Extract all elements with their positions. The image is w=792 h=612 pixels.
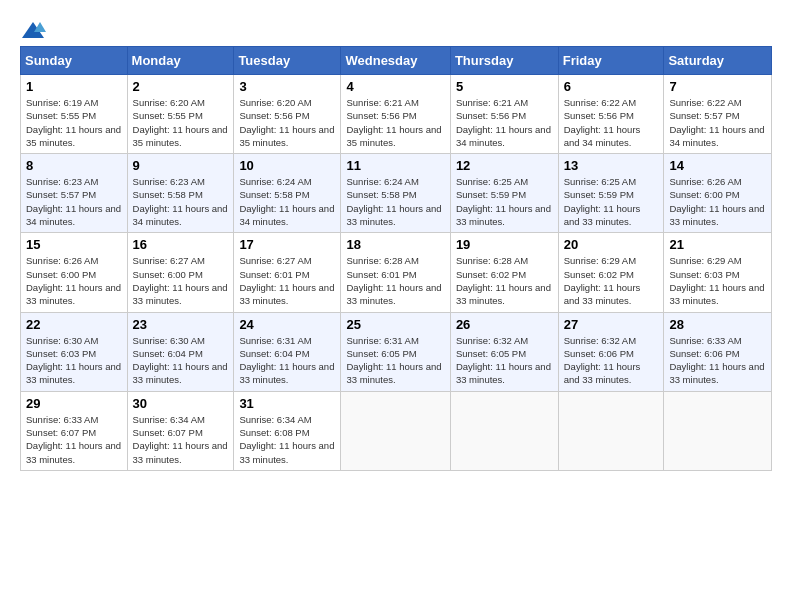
calendar-cell: 17 Sunrise: 6:27 AM Sunset: 6:01 PM Dayl… [234, 233, 341, 312]
day-number: 14 [669, 158, 766, 173]
day-info: Sunrise: 6:21 AM Sunset: 5:56 PM Dayligh… [456, 96, 553, 149]
calendar-header-wednesday: Wednesday [341, 47, 450, 75]
day-number: 3 [239, 79, 335, 94]
day-info: Sunrise: 6:25 AM Sunset: 5:59 PM Dayligh… [456, 175, 553, 228]
calendar-cell: 1 Sunrise: 6:19 AM Sunset: 5:55 PM Dayli… [21, 75, 128, 154]
calendar-header-tuesday: Tuesday [234, 47, 341, 75]
calendar-cell: 16 Sunrise: 6:27 AM Sunset: 6:00 PM Dayl… [127, 233, 234, 312]
day-number: 7 [669, 79, 766, 94]
logo-icon [20, 20, 46, 42]
day-info: Sunrise: 6:20 AM Sunset: 5:55 PM Dayligh… [133, 96, 229, 149]
calendar-cell: 10 Sunrise: 6:24 AM Sunset: 5:58 PM Dayl… [234, 154, 341, 233]
day-number: 24 [239, 317, 335, 332]
day-info: Sunrise: 6:25 AM Sunset: 5:59 PM Dayligh… [564, 175, 659, 228]
day-info: Sunrise: 6:34 AM Sunset: 6:08 PM Dayligh… [239, 413, 335, 466]
day-number: 5 [456, 79, 553, 94]
calendar-cell: 5 Sunrise: 6:21 AM Sunset: 5:56 PM Dayli… [450, 75, 558, 154]
calendar-cell: 3 Sunrise: 6:20 AM Sunset: 5:56 PM Dayli… [234, 75, 341, 154]
day-number: 29 [26, 396, 122, 411]
day-info: Sunrise: 6:28 AM Sunset: 6:01 PM Dayligh… [346, 254, 444, 307]
calendar-cell: 25 Sunrise: 6:31 AM Sunset: 6:05 PM Dayl… [341, 312, 450, 391]
calendar-cell: 15 Sunrise: 6:26 AM Sunset: 6:00 PM Dayl… [21, 233, 128, 312]
day-number: 11 [346, 158, 444, 173]
day-number: 6 [564, 79, 659, 94]
calendar-header-monday: Monday [127, 47, 234, 75]
day-info: Sunrise: 6:29 AM Sunset: 6:02 PM Dayligh… [564, 254, 659, 307]
calendar-table: SundayMondayTuesdayWednesdayThursdayFrid… [20, 46, 772, 471]
day-info: Sunrise: 6:31 AM Sunset: 6:04 PM Dayligh… [239, 334, 335, 387]
day-number: 9 [133, 158, 229, 173]
day-number: 15 [26, 237, 122, 252]
day-number: 28 [669, 317, 766, 332]
day-info: Sunrise: 6:24 AM Sunset: 5:58 PM Dayligh… [346, 175, 444, 228]
day-number: 19 [456, 237, 553, 252]
calendar-cell: 11 Sunrise: 6:24 AM Sunset: 5:58 PM Dayl… [341, 154, 450, 233]
day-info: Sunrise: 6:26 AM Sunset: 6:00 PM Dayligh… [669, 175, 766, 228]
calendar-cell: 28 Sunrise: 6:33 AM Sunset: 6:06 PM Dayl… [664, 312, 772, 391]
calendar-cell: 8 Sunrise: 6:23 AM Sunset: 5:57 PM Dayli… [21, 154, 128, 233]
calendar-cell: 19 Sunrise: 6:28 AM Sunset: 6:02 PM Dayl… [450, 233, 558, 312]
calendar-header-saturday: Saturday [664, 47, 772, 75]
day-info: Sunrise: 6:30 AM Sunset: 6:04 PM Dayligh… [133, 334, 229, 387]
day-info: Sunrise: 6:20 AM Sunset: 5:56 PM Dayligh… [239, 96, 335, 149]
calendar-cell: 24 Sunrise: 6:31 AM Sunset: 6:04 PM Dayl… [234, 312, 341, 391]
day-info: Sunrise: 6:21 AM Sunset: 5:56 PM Dayligh… [346, 96, 444, 149]
calendar-cell: 14 Sunrise: 6:26 AM Sunset: 6:00 PM Dayl… [664, 154, 772, 233]
calendar-cell [664, 391, 772, 470]
calendar-cell: 26 Sunrise: 6:32 AM Sunset: 6:05 PM Dayl… [450, 312, 558, 391]
calendar-cell: 27 Sunrise: 6:32 AM Sunset: 6:06 PM Dayl… [558, 312, 664, 391]
day-number: 26 [456, 317, 553, 332]
calendar-cell: 31 Sunrise: 6:34 AM Sunset: 6:08 PM Dayl… [234, 391, 341, 470]
logo [20, 20, 46, 36]
day-number: 10 [239, 158, 335, 173]
day-info: Sunrise: 6:33 AM Sunset: 6:07 PM Dayligh… [26, 413, 122, 466]
calendar-cell: 29 Sunrise: 6:33 AM Sunset: 6:07 PM Dayl… [21, 391, 128, 470]
calendar-cell [558, 391, 664, 470]
calendar-cell: 13 Sunrise: 6:25 AM Sunset: 5:59 PM Dayl… [558, 154, 664, 233]
day-number: 30 [133, 396, 229, 411]
day-info: Sunrise: 6:24 AM Sunset: 5:58 PM Dayligh… [239, 175, 335, 228]
day-info: Sunrise: 6:23 AM Sunset: 5:57 PM Dayligh… [26, 175, 122, 228]
calendar-cell: 22 Sunrise: 6:30 AM Sunset: 6:03 PM Dayl… [21, 312, 128, 391]
day-number: 13 [564, 158, 659, 173]
day-number: 2 [133, 79, 229, 94]
day-number: 8 [26, 158, 122, 173]
calendar-cell: 18 Sunrise: 6:28 AM Sunset: 6:01 PM Dayl… [341, 233, 450, 312]
calendar-cell [341, 391, 450, 470]
calendar-cell: 2 Sunrise: 6:20 AM Sunset: 5:55 PM Dayli… [127, 75, 234, 154]
day-info: Sunrise: 6:34 AM Sunset: 6:07 PM Dayligh… [133, 413, 229, 466]
day-number: 23 [133, 317, 229, 332]
calendar-header-sunday: Sunday [21, 47, 128, 75]
calendar-header-thursday: Thursday [450, 47, 558, 75]
calendar-cell: 4 Sunrise: 6:21 AM Sunset: 5:56 PM Dayli… [341, 75, 450, 154]
calendar-cell: 9 Sunrise: 6:23 AM Sunset: 5:58 PM Dayli… [127, 154, 234, 233]
day-number: 17 [239, 237, 335, 252]
calendar-cell: 23 Sunrise: 6:30 AM Sunset: 6:04 PM Dayl… [127, 312, 234, 391]
day-number: 16 [133, 237, 229, 252]
day-info: Sunrise: 6:22 AM Sunset: 5:56 PM Dayligh… [564, 96, 659, 149]
day-number: 4 [346, 79, 444, 94]
calendar-cell: 12 Sunrise: 6:25 AM Sunset: 5:59 PM Dayl… [450, 154, 558, 233]
day-info: Sunrise: 6:22 AM Sunset: 5:57 PM Dayligh… [669, 96, 766, 149]
calendar-cell: 6 Sunrise: 6:22 AM Sunset: 5:56 PM Dayli… [558, 75, 664, 154]
day-number: 21 [669, 237, 766, 252]
day-info: Sunrise: 6:30 AM Sunset: 6:03 PM Dayligh… [26, 334, 122, 387]
day-info: Sunrise: 6:31 AM Sunset: 6:05 PM Dayligh… [346, 334, 444, 387]
calendar-cell: 30 Sunrise: 6:34 AM Sunset: 6:07 PM Dayl… [127, 391, 234, 470]
calendar-header-friday: Friday [558, 47, 664, 75]
day-info: Sunrise: 6:19 AM Sunset: 5:55 PM Dayligh… [26, 96, 122, 149]
page-header [20, 20, 772, 36]
day-info: Sunrise: 6:26 AM Sunset: 6:00 PM Dayligh… [26, 254, 122, 307]
day-info: Sunrise: 6:27 AM Sunset: 6:00 PM Dayligh… [133, 254, 229, 307]
day-info: Sunrise: 6:33 AM Sunset: 6:06 PM Dayligh… [669, 334, 766, 387]
calendar-cell [450, 391, 558, 470]
day-number: 27 [564, 317, 659, 332]
day-info: Sunrise: 6:29 AM Sunset: 6:03 PM Dayligh… [669, 254, 766, 307]
day-info: Sunrise: 6:27 AM Sunset: 6:01 PM Dayligh… [239, 254, 335, 307]
day-number: 25 [346, 317, 444, 332]
day-number: 22 [26, 317, 122, 332]
calendar-cell: 21 Sunrise: 6:29 AM Sunset: 6:03 PM Dayl… [664, 233, 772, 312]
day-info: Sunrise: 6:23 AM Sunset: 5:58 PM Dayligh… [133, 175, 229, 228]
day-number: 20 [564, 237, 659, 252]
day-info: Sunrise: 6:28 AM Sunset: 6:02 PM Dayligh… [456, 254, 553, 307]
